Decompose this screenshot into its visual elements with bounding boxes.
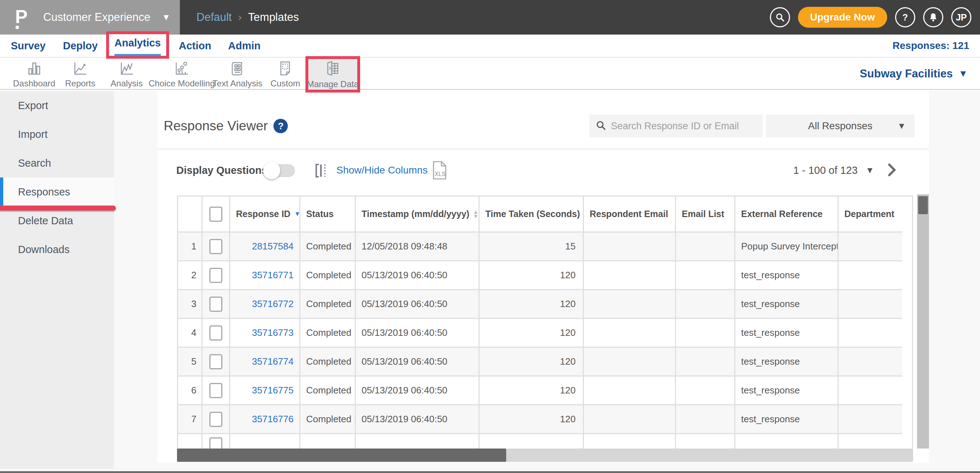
vertical-scrollbar-thumb[interactable] bbox=[918, 196, 928, 214]
response-id-link[interactable]: 35716773 bbox=[252, 327, 294, 338]
chevron-down-icon: ▼ bbox=[958, 68, 968, 79]
response-id-link[interactable]: 35716772 bbox=[252, 298, 294, 310]
response-id-cell: 35716772 bbox=[230, 290, 301, 318]
response-id-link[interactable]: 35716775 bbox=[252, 385, 294, 396]
horizontal-scrollbar-thumb[interactable] bbox=[177, 449, 506, 462]
department-cell bbox=[838, 233, 902, 260]
sidebar-item-search[interactable]: Search bbox=[0, 149, 114, 177]
top-bar: P Customer Experience ▼ Default › Templa… bbox=[0, 0, 980, 35]
sidebar-item-import[interactable]: Import bbox=[0, 120, 114, 149]
toolbar-item-text-analysis[interactable]: Text Analysis bbox=[213, 60, 262, 89]
sidebar-item-delete-data[interactable]: Delete Data bbox=[0, 206, 114, 235]
svg-text:X: X bbox=[328, 65, 332, 71]
row-checkbox[interactable] bbox=[209, 383, 222, 398]
row-checkbox[interactable] bbox=[209, 325, 222, 341]
department-cell bbox=[838, 290, 902, 318]
next-page-button[interactable] bbox=[883, 163, 896, 177]
product-switcher[interactable]: P Customer Experience ▼ bbox=[0, 0, 180, 35]
display-questions-label: Display Questions bbox=[176, 159, 267, 182]
response-id-link[interactable]: 28157584 bbox=[252, 241, 294, 252]
timestamp-cell: 12/05/2018 09:48:48 bbox=[356, 233, 480, 260]
line-chart-icon bbox=[72, 60, 89, 77]
search-icon[interactable] bbox=[770, 7, 790, 27]
table-header-row: Response ID▼ Status Timestamp (mm/dd/yyy… bbox=[178, 196, 902, 233]
table-controls: Display Questions Show/Hide Columns XLS … bbox=[157, 159, 929, 182]
row-checkbox[interactable] bbox=[209, 268, 222, 283]
sidebar-item-export[interactable]: Export bbox=[0, 91, 114, 120]
timestamp-cell: 05/13/2019 06:40:50 bbox=[356, 319, 480, 347]
select-all-checkbox[interactable] bbox=[209, 207, 222, 222]
response-id-link[interactable]: 35716771 bbox=[252, 270, 294, 281]
column-header-respondent-email: Respondent Email bbox=[584, 196, 676, 231]
toolbar-item-reports[interactable]: Reports bbox=[65, 60, 95, 89]
tab-deploy[interactable]: Deploy bbox=[63, 35, 98, 57]
tab-analytics[interactable]: Analytics bbox=[115, 34, 161, 56]
email-list-cell bbox=[676, 348, 735, 376]
active-indicator bbox=[0, 177, 3, 206]
time-taken-cell: 120 bbox=[480, 290, 584, 318]
table-row: 3 35716772 Completed 05/13/2019 06:40:50… bbox=[178, 290, 902, 319]
time-taken-cell: 120 bbox=[480, 348, 584, 376]
external-reference-cell: test_response bbox=[735, 348, 838, 376]
timestamp-cell: 05/13/2019 06:40:50 bbox=[356, 348, 480, 376]
status-cell: Completed bbox=[301, 376, 356, 404]
row-checkbox[interactable] bbox=[209, 239, 222, 254]
email-list-cell bbox=[676, 261, 735, 289]
help-icon[interactable]: ? bbox=[895, 7, 915, 27]
upgrade-now-button[interactable]: Upgrade Now bbox=[798, 7, 887, 28]
row-checkbox-cell bbox=[202, 376, 230, 404]
toolbar-item-custom[interactable]: Custom bbox=[270, 60, 301, 89]
avatar[interactable]: JP bbox=[951, 7, 971, 27]
respondent-email-cell bbox=[584, 405, 676, 433]
pagination-range-dropdown[interactable]: 1 - 100 of 123 ▼ bbox=[793, 159, 874, 182]
row-checkbox[interactable] bbox=[209, 296, 222, 312]
vertical-scrollbar[interactable] bbox=[917, 194, 929, 449]
tab-survey[interactable]: Survey bbox=[11, 35, 46, 57]
toolbar-item-dashboard[interactable]: Dashboard bbox=[13, 60, 55, 89]
column-header-time-taken[interactable]: Time Taken (Seconds)▲▼ bbox=[480, 196, 584, 231]
table-row: 5 35716774 Completed 05/13/2019 06:40:50… bbox=[178, 348, 902, 376]
response-filter-dropdown[interactable]: All Responses ▼ bbox=[766, 115, 915, 137]
row-number: 5 bbox=[178, 348, 202, 376]
row-number: 4 bbox=[178, 319, 202, 347]
status-cell: Completed bbox=[301, 290, 356, 318]
show-hide-columns-link[interactable]: Show/Hide Columns bbox=[336, 159, 428, 182]
column-header-timestamp[interactable]: Timestamp (mm/dd/yyyy)▲▼ bbox=[356, 196, 480, 231]
time-taken-cell: 120 bbox=[480, 405, 584, 433]
row-checkbox[interactable] bbox=[209, 354, 222, 369]
column-header-status: Status bbox=[301, 196, 356, 231]
columns-icon bbox=[315, 163, 329, 180]
row-checkbox[interactable] bbox=[209, 412, 222, 427]
column-header-response-id[interactable]: Response ID▼ bbox=[230, 196, 301, 231]
email-list-cell bbox=[676, 405, 735, 433]
toolbar-item-choice-modelling[interactable]: Choice Modelling bbox=[149, 60, 215, 89]
response-id-link[interactable]: 35716776 bbox=[252, 414, 294, 425]
horizontal-scrollbar[interactable] bbox=[177, 449, 913, 462]
external-reference-cell: test_response bbox=[735, 319, 838, 347]
help-icon[interactable]: ? bbox=[274, 119, 288, 133]
tab-admin[interactable]: Admin bbox=[228, 35, 261, 57]
respondent-email-cell bbox=[584, 261, 676, 289]
search-input[interactable] bbox=[611, 121, 756, 132]
sidebar-item-downloads[interactable]: Downloads bbox=[0, 235, 114, 264]
survey-selector-dropdown[interactable]: Subway Facilities ▼ bbox=[860, 58, 968, 89]
toolbar-item-analysis[interactable]: Analysis bbox=[110, 60, 142, 89]
analytics-toolbar: Dashboard Reports Analysis Choice Modell… bbox=[0, 58, 980, 90]
bubble-chart-icon bbox=[173, 60, 190, 77]
display-questions-toggle[interactable] bbox=[264, 164, 295, 177]
breadcrumb-separator: › bbox=[238, 11, 242, 23]
department-cell bbox=[838, 405, 902, 433]
sidebar-item-responses[interactable]: Responses bbox=[0, 177, 114, 206]
timestamp-cell: 05/13/2019 06:40:50 bbox=[356, 261, 480, 289]
xls-export-icon[interactable]: XLS bbox=[432, 161, 447, 182]
status-cell: Completed bbox=[301, 233, 356, 260]
notifications-bell-icon[interactable] bbox=[923, 7, 943, 27]
respondent-email-cell bbox=[584, 319, 676, 347]
annotation-box-manage-data[interactable]: X Manage Data bbox=[305, 56, 360, 92]
response-id-link[interactable]: 35716774 bbox=[252, 356, 294, 367]
timestamp-cell: 05/13/2019 06:40:50 bbox=[356, 405, 480, 433]
email-list-cell bbox=[676, 319, 735, 347]
tab-action[interactable]: Action bbox=[179, 35, 211, 57]
breadcrumb-parent-link[interactable]: Default bbox=[196, 11, 232, 24]
row-checkbox-cell bbox=[202, 348, 230, 376]
